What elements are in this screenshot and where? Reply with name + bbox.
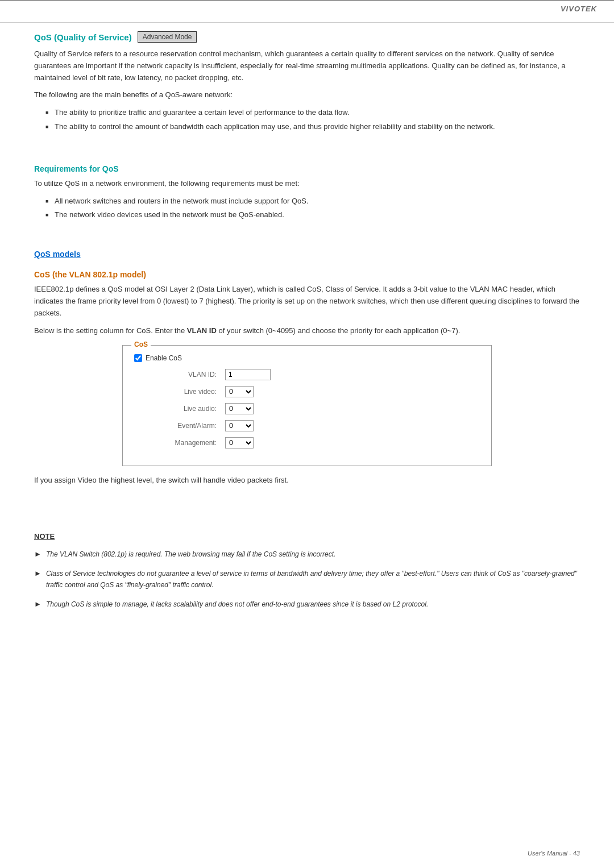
cos-box-title: CoS [131,340,151,348]
requirement-item-1: All network switches and routers in the … [45,196,580,207]
note-item-1: ► The VLAN Switch (802.1p) is required. … [34,549,580,560]
benefit-item-1: The ability to prioritize traffic and gu… [45,107,580,119]
event-alarm-row: Event/Alarm: 0123 4567 [134,420,480,431]
brand-name: VIVOTEK [561,5,597,13]
enable-cos-row: Enable CoS [134,354,480,362]
intro-paragraph: Quality of Service refers to a resource … [34,48,580,84]
cos-note: If you assign Video the highest level, t… [34,475,580,487]
benefits-list: The ability to prioritize traffic and gu… [45,107,580,133]
vlan-id-input[interactable] [225,369,271,380]
cos-desc1: IEEE802.1p defines a QoS model at OSI La… [34,284,580,319]
live-video-row: Live video: 0123 4567 [134,386,480,397]
requirements-intro: To utilize QoS in a network environment,… [34,178,580,190]
note-item-3: ► Though CoS is simple to manage, it lac… [34,599,580,610]
benefits-intro: The following are the main benefits of a… [34,89,580,101]
event-alarm-label: Event/Alarm: [134,422,225,430]
management-row: Management: 0123 4567 [134,437,480,448]
vlan-id-label: VLAN ID: [134,371,225,379]
models-title-container: QoS models [34,250,580,259]
live-video-select[interactable]: 0123 4567 [225,386,254,397]
live-video-label: Live video: [134,388,225,396]
cos-desc2: Below is the setting column for CoS. Ent… [34,325,580,337]
enable-cos-label: Enable CoS [146,354,182,362]
requirement-item-2: The network video devices used in the ne… [45,209,580,221]
note-item-2: ► Class of Service technologies do not g… [34,568,580,590]
footer: User's Manual - 43 [528,850,580,857]
note-text-2: Class of Service technologies do not gua… [46,568,580,590]
note-arrow-1: ► [34,550,42,558]
note-title: NOTE [34,532,580,541]
page-title-section: QoS (Quality of Service) Advanced Mode [34,31,580,43]
note-arrow-3: ► [34,600,42,608]
note-arrow-2: ► [34,569,42,578]
main-content: QoS (Quality of Service) Advanced Mode Q… [0,26,614,653]
management-label: Management: [134,439,225,447]
page-title-text: QoS (Quality of Service) [34,32,132,42]
benefit-item-2: The ability to control the amount of ban… [45,121,580,133]
requirements-title: Requirements for QoS [34,164,580,173]
cos-title: CoS (the VLAN 802.1p model) [34,270,580,279]
live-audio-label: Live audio: [134,405,225,413]
note-text-3: Though CoS is simple to manage, it lacks… [46,599,428,610]
live-audio-row: Live audio: 0123 4567 [134,403,480,414]
vlan-id-row: VLAN ID: [134,369,480,380]
advanced-mode-button[interactable]: Advanced Mode [138,31,197,43]
header: VIVOTEK [0,0,614,16]
header-divider [0,22,614,23]
live-audio-select[interactable]: 0123 4567 [225,403,254,414]
note-section: NOTE ► The VLAN Switch (802.1p) is requi… [34,532,580,610]
enable-cos-checkbox[interactable] [134,354,142,362]
event-alarm-select[interactable]: 0123 4567 [225,420,254,431]
requirements-list: All network switches and routers in the … [45,196,580,222]
management-select[interactable]: 0123 4567 [225,437,254,448]
models-title-link[interactable]: QoS models [34,250,81,259]
cos-settings-box: CoS Enable CoS VLAN ID: Live video: 0123… [122,345,492,466]
note-text-1: The VLAN Switch (802.1p) is required. Th… [46,549,336,560]
